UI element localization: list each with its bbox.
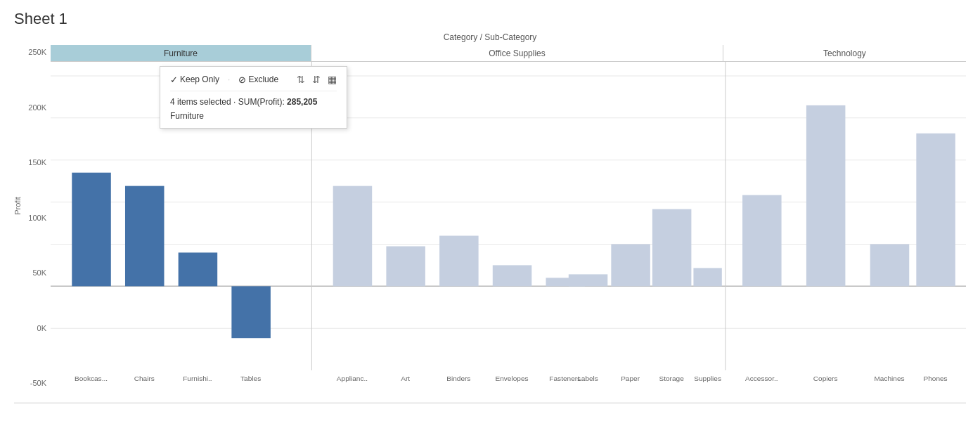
tooltip: ✓ Keep Only · ⊘ Exclude ⇅ ⇵ ▦ 4 items se… [160,66,347,129]
svg-text:Tables: Tables [240,375,261,382]
svg-text:Accessor..: Accessor.. [745,375,778,382]
tooltip-actions: ✓ Keep Only · ⊘ Exclude ⇅ ⇵ ▦ [170,74,337,91]
y-axis: 250K 200K 150K 100K 50K 0K -50K [14,45,51,403]
svg-text:Art: Art [401,375,410,382]
svg-text:Supplies: Supplies [694,375,721,382]
y-tick: 150K [28,158,46,167]
exclude-label: Exclude [248,74,278,84]
bar-envelopes[interactable] [493,265,532,286]
y-axis-label: Profit [13,197,22,215]
bar-supplies[interactable] [693,268,721,286]
y-tick: 0K [37,324,46,332]
sum-label: SUM(Profit): [238,97,285,107]
cat-header-tech: Technology [723,45,966,61]
svg-text:Applianc..: Applianc.. [337,375,368,382]
y-tick: -50K [30,379,46,387]
checkmark-icon: ✓ [170,74,178,85]
bar-accessories[interactable] [742,195,782,287]
tooltip-stats: 4 items selected · SUM(Profit): 285,205 [170,97,337,107]
items-selected: 4 items selected [170,97,231,107]
tooltip-sep1: · [228,74,230,84]
svg-text:Furnishi..: Furnishi.. [183,375,212,382]
sort-desc-btn[interactable]: ⇵ [312,74,321,85]
page-title: Sheet 1 [0,0,980,32]
table-btn[interactable]: ▦ [328,74,337,85]
svg-text:Envelopes: Envelopes [496,375,529,382]
svg-text:Storage: Storage [659,375,684,382]
cat-header-office: Office Supplies [311,45,723,61]
sort-asc-btn[interactable]: ⇅ [297,74,305,85]
exclude-action[interactable]: ⊘ Exclude [238,74,278,85]
bar-storage[interactable] [652,209,692,287]
svg-text:Phones: Phones [924,375,948,382]
bar-phones[interactable] [916,134,955,287]
y-tick: 100K [28,214,46,222]
category-header-row: Furniture Office Supplies Technology [51,45,966,62]
svg-text:Fasteners: Fasteners [549,375,581,382]
y-tick: 50K [32,268,46,277]
svg-text:Paper: Paper [621,375,640,382]
bar-chairs[interactable] [125,186,165,287]
keep-only-label: Keep Only [180,74,219,84]
svg-text:Copiers: Copiers [813,375,838,382]
bar-tables[interactable] [231,286,271,338]
svg-text:Binders: Binders [446,375,470,382]
svg-text:Machines: Machines [874,375,904,382]
bar-binders[interactable] [439,235,479,286]
tooltip-dot: · [233,97,238,107]
chart-area: Category / Sub-Category 250K 200K 150K 1… [14,32,966,426]
bar-paper[interactable] [611,244,650,286]
bar-copiers[interactable] [806,105,846,286]
bar-appliances[interactable] [333,186,373,287]
tooltip-category: Furniture [170,111,337,121]
y-tick: 250K [28,48,46,56]
bar-machines[interactable] [870,244,910,286]
y-tick: 200K [28,103,46,112]
svg-text:Labels: Labels [577,375,598,382]
sum-value: 285,205 [287,97,317,107]
bar-bookcases[interactable] [72,173,111,287]
bar-art[interactable] [386,246,425,286]
chart-container: 250K 200K 150K 100K 50K 0K -50K Profit F… [14,45,966,403]
cat-header-furniture: Furniture [51,45,311,61]
svg-text:Bookcas...: Bookcas... [75,375,108,382]
exclude-icon: ⊘ [238,74,246,85]
keep-only-action[interactable]: ✓ Keep Only [170,74,219,85]
plot-area: Furniture Office Supplies Technology [51,45,966,403]
bar-labels[interactable] [569,274,608,286]
svg-text:Chairs: Chairs [134,375,155,382]
chart-title: Category / Sub-Category [14,32,966,42]
bar-furnishing[interactable] [179,252,218,286]
y-axis-wrapper: 250K 200K 150K 100K 50K 0K -50K Profit [14,45,51,403]
